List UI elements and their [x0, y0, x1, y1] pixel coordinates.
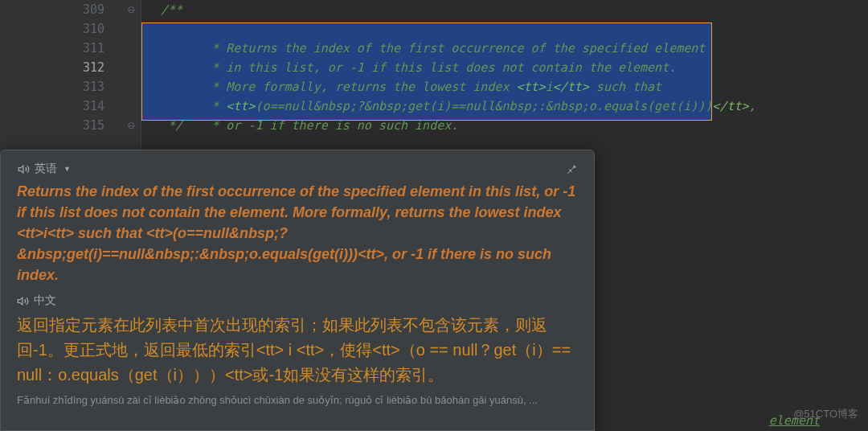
gutter-row: 310 — [0, 19, 141, 39]
line-number[interactable]: 309 — [56, 0, 104, 19]
gutter-row: 309⊖ — [0, 0, 141, 19]
chevron-down-icon: ▼ — [63, 165, 71, 173]
target-language-row[interactable]: 中文 — [17, 293, 578, 308]
line-number[interactable]: 314 — [56, 96, 104, 116]
source-language-label: 英语 — [35, 162, 57, 176]
doc-start: /** — [161, 2, 182, 17]
speaker-icon[interactable] — [17, 295, 29, 307]
line-number[interactable]: 311 — [56, 39, 104, 58]
code-lines[interactable]: /** * Returns the index of the first occ… — [141, 0, 868, 135]
line-number[interactable]: 310 — [56, 19, 104, 39]
line-number[interactable]: 315 — [56, 116, 104, 135]
gutter-row: 312 — [0, 58, 141, 77]
speaker-icon[interactable] — [17, 162, 30, 175]
gutter-row: 311 — [0, 39, 141, 58]
line-number[interactable]: 313 — [56, 77, 104, 96]
line-number[interactable]: 312 — [56, 58, 104, 77]
fold-open-icon[interactable]: ⊖ — [122, 0, 140, 19]
popup-header: 英语 ▼ — [17, 162, 578, 176]
fold-close-icon[interactable]: ⊖ — [122, 116, 140, 135]
translation-target-text: 返回指定元素在此列表中首次出现的索引；如果此列表不包含该元素，则返回-1。更正式… — [17, 313, 578, 388]
target-language-label: 中文 — [34, 293, 56, 308]
gutter-row: 313 — [0, 77, 141, 96]
translation-source-text: Returns the index of the first occurrenc… — [17, 181, 578, 285]
gutter-row: 314 — [0, 96, 141, 116]
translation-pinyin: Fǎnhuí zhǐdìng yuánsù zài cǐ lièbiǎo zhō… — [17, 394, 578, 406]
source-language-selector[interactable]: 英语 ▼ — [17, 162, 71, 176]
translation-popup: 英语 ▼ Returns the index of the first occu… — [0, 150, 595, 431]
editor-root: 309⊖310311312313314315⊖ /** * Returns th… — [0, 0, 868, 431]
gutter-row: 315⊖ — [0, 116, 141, 135]
doc-end: */ — [161, 118, 182, 133]
watermark-text: @51CTO博客 — [793, 407, 858, 421]
pin-icon[interactable] — [566, 163, 578, 175]
